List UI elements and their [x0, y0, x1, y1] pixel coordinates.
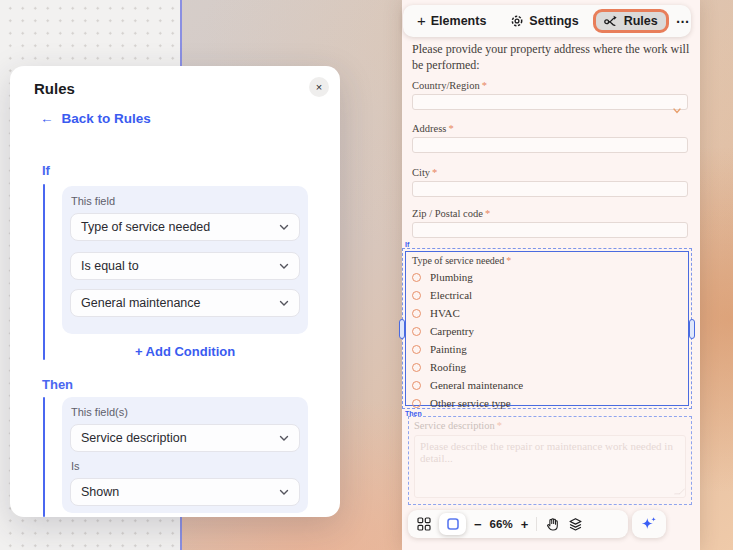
condition-value-select[interactable]: General maintenance — [70, 289, 300, 317]
radio-icon — [412, 291, 421, 300]
add-condition-button[interactable]: + Add Condition — [62, 344, 308, 359]
canvas-bottom-toolbar: − 66% + — [408, 510, 628, 538]
radio-icon — [412, 363, 421, 372]
zoom-in-button[interactable]: + — [521, 518, 529, 531]
country-select[interactable] — [412, 94, 688, 110]
zoom-level-value: 66% — [490, 518, 513, 530]
grid-view-button[interactable] — [417, 517, 431, 531]
radio-option-label: Roofing — [430, 361, 466, 373]
close-icon: × — [316, 81, 322, 93]
condition-field-value: Type of service needed — [81, 220, 210, 234]
back-link-label: Back to Rules — [62, 111, 151, 126]
radio-option-roofing[interactable]: Roofing — [412, 358, 682, 376]
radio-option-plumbing[interactable]: Plumbing — [412, 268, 682, 286]
radio-option-electrical[interactable]: Electrical — [412, 286, 682, 304]
tab-rules-label: Rules — [624, 14, 658, 28]
required-mark: * — [482, 80, 487, 91]
then-section-line — [43, 397, 45, 517]
required-mark: * — [448, 123, 453, 134]
chevron-down-icon — [279, 489, 289, 496]
required-mark: * — [485, 208, 490, 219]
radio-option-label: HVAC — [430, 307, 460, 319]
city-input[interactable] — [412, 181, 688, 197]
zoom-out-button[interactable]: − — [474, 518, 482, 531]
radio-option-hvac[interactable]: HVAC — [412, 304, 682, 322]
description-label: Service description* — [414, 420, 686, 431]
description-placeholder: Please describe the repair or maintenanc… — [420, 440, 680, 464]
description-textarea[interactable]: Please describe the repair or maintenanc… — [414, 435, 686, 498]
back-arrow-icon: ← — [40, 111, 54, 126]
radio-group-label-text: Type of service needed — [412, 255, 504, 266]
tab-settings[interactable]: Settings — [504, 10, 584, 32]
this-field-label: This field — [71, 195, 115, 207]
close-button[interactable]: × — [309, 77, 329, 97]
radio-option-general-maintenance[interactable]: General maintenance — [412, 376, 682, 394]
layers-icon — [568, 517, 583, 532]
radio-option-label: General maintenance — [430, 379, 523, 391]
action-field-select[interactable]: Service description — [70, 424, 300, 452]
ai-assistant-button[interactable] — [632, 510, 666, 538]
if-condition-box: This field Type of service needed Is equ… — [62, 186, 308, 334]
if-selection-tag: If — [405, 241, 409, 248]
description-selection-frame: Service description* Please describe the… — [408, 416, 692, 505]
grid-icon — [417, 517, 431, 531]
radio-group-label: Type of service needed* — [412, 255, 682, 266]
form-canvas: Please provide your property address whe… — [402, 0, 700, 550]
city-field-label: City* — [412, 167, 437, 178]
chevron-down-icon — [673, 100, 681, 118]
tab-rules-active[interactable]: Rules — [593, 9, 669, 33]
radio-group-selection-frame: Type of service needed* Plumbing Electri… — [402, 248, 692, 409]
country-field-label: Country/Region* — [412, 80, 487, 91]
rules-panel-title: Rules — [34, 80, 75, 97]
radio-icon — [412, 309, 421, 318]
address-field-label: Address* — [412, 123, 454, 134]
city-label-text: City — [412, 167, 430, 178]
radio-option-label: Painting — [430, 343, 467, 355]
then-action-box: This field(s) Service description Is Sho… — [62, 397, 308, 513]
this-fields-label: This field(s) — [71, 406, 128, 418]
address-input[interactable] — [412, 137, 688, 153]
selection-handle-right[interactable] — [689, 319, 695, 339]
chevron-down-icon — [279, 263, 289, 270]
sparkle-icon — [640, 515, 658, 533]
editor-background: Please provide your property address whe… — [0, 0, 733, 550]
tab-settings-label: Settings — [529, 14, 578, 28]
selection-handle-left[interactable] — [399, 319, 405, 339]
back-to-rules-link[interactable]: ← Back to Rules — [40, 111, 151, 126]
action-state-select[interactable]: Shown — [70, 478, 300, 506]
radio-option-painting[interactable]: Painting — [412, 340, 682, 358]
radio-option-label: Plumbing — [430, 271, 473, 283]
radio-option-carpentry[interactable]: Carpentry — [412, 322, 682, 340]
chevron-down-icon — [279, 435, 289, 442]
condition-field-select[interactable]: Type of service needed — [70, 213, 300, 241]
zip-input[interactable] — [412, 222, 688, 238]
action-field-value: Service description — [81, 431, 187, 445]
tab-elements[interactable]: + Elements — [411, 10, 492, 32]
chevron-down-icon — [279, 300, 289, 307]
chevron-down-icon — [279, 224, 289, 231]
tab-elements-label: Elements — [431, 14, 487, 28]
layers-button[interactable] — [568, 517, 583, 532]
pan-tool-button[interactable] — [545, 517, 560, 532]
then-section-label: Then — [42, 377, 73, 392]
radio-option-label: Other service type — [430, 397, 511, 409]
radio-icon — [412, 381, 421, 390]
required-mark: * — [497, 420, 502, 431]
hand-icon — [545, 517, 560, 532]
single-view-button-active[interactable] — [439, 513, 466, 535]
service-radio-group[interactable]: Type of service needed* Plumbing Electri… — [405, 251, 689, 406]
radio-icon — [412, 345, 421, 354]
address-label-text: Address — [412, 123, 446, 134]
zip-label-text: Zip / Postal code — [412, 208, 483, 219]
required-mark: * — [432, 167, 437, 178]
description-field-faded: Service description* Please describe the… — [409, 417, 691, 504]
toolbar-divider — [536, 517, 537, 531]
condition-operator-select[interactable]: Is equal to — [70, 252, 300, 280]
branch-rules-icon — [604, 15, 619, 28]
condition-operator-value: Is equal to — [81, 259, 139, 273]
rules-panel: Rules × ← Back to Rules If This field Ty… — [10, 66, 340, 517]
resize-handle-icon[interactable] — [674, 489, 685, 495]
plus-icon: + — [417, 13, 426, 28]
radio-option-other-service[interactable]: Other service type — [412, 394, 682, 412]
more-options-button[interactable]: ⋯ — [669, 11, 698, 31]
